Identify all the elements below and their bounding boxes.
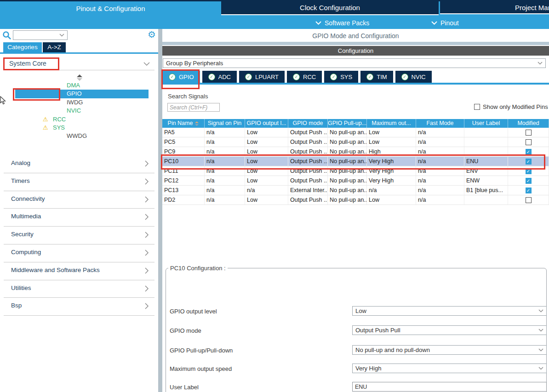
tab-a-to-z[interactable]: A->Z — [43, 42, 66, 52]
sidebar-category-timers[interactable]: Timers — [0, 173, 158, 191]
field-select-gpio-output-level[interactable]: Low — [352, 306, 547, 316]
field-label-gpio-output-level: GPIO output level — [170, 308, 217, 315]
column-header-label: Signal on Pin — [208, 120, 242, 126]
peripheral-tab-sys[interactable]: ✓SYS — [324, 71, 358, 83]
pinout-menu[interactable]: Pinout — [431, 18, 459, 28]
sort-icon[interactable] — [195, 121, 199, 126]
sidebar-category-security[interactable]: Security — [0, 227, 158, 244]
group-by-combo[interactable]: Group By Peripherals — [163, 58, 546, 68]
check-circle-icon: ✓ — [401, 74, 408, 80]
software-packs-label: Software Packs — [325, 19, 369, 27]
cell-user-label — [464, 128, 508, 137]
tab-categories[interactable]: Categories — [3, 42, 42, 52]
column-header-gpio-mode[interactable]: GPIO mode — [288, 119, 328, 128]
search-signals-input[interactable] — [167, 103, 220, 112]
cell-gpio-output-l-: Low — [245, 176, 288, 185]
show-modified-pins-control[interactable]: Show only Modified Pins — [474, 103, 548, 110]
table-row[interactable]: PC5n/aLowOutput Push ...No pull-up an...… — [162, 137, 549, 147]
cell-gpio-pull-up-: No pull-up an... — [328, 195, 367, 205]
modified-checkbox[interactable] — [526, 197, 532, 203]
tab-pinout-configuration[interactable]: Pinout & Configuration — [0, 1, 221, 17]
field-value: Output Push Pull — [355, 327, 400, 334]
table-row[interactable]: PC13n/an/aExternal Inter...No pull-up an… — [162, 186, 549, 195]
modified-checkbox[interactable]: ✓ — [526, 178, 532, 184]
sidebar-category-utilities[interactable]: Utilities — [0, 280, 158, 298]
column-header-modified[interactable]: Modified — [508, 119, 549, 128]
sidebar-item-nvic[interactable]: NVIC — [0, 107, 158, 115]
tab-clock-configuration[interactable]: Clock Configuration — [221, 1, 439, 15]
modified-checkbox[interactable]: ✓ — [526, 187, 532, 193]
modified-checkbox[interactable] — [526, 139, 532, 145]
sidebar-category-computing[interactable]: Computing — [0, 244, 158, 262]
table-header-row: Pin NameSignal on PinGPIO output l...GPI… — [162, 119, 549, 128]
modified-checkbox[interactable]: ✓ — [526, 149, 532, 155]
column-header-maximum-out-[interactable]: Maximum out... — [367, 119, 416, 128]
check-circle-icon: ✓ — [330, 74, 337, 80]
field-value: No pull-up and no pull-down — [355, 347, 430, 353]
sidebar-item-wwdg[interactable]: WWDG — [0, 132, 158, 140]
category-label: Middleware and Software Packs — [11, 267, 100, 273]
modified-checkbox[interactable] — [526, 130, 532, 136]
sidebar-category-connectivity[interactable]: Connectivity — [0, 191, 158, 209]
column-header-gpio-output-l-[interactable]: GPIO output l... — [245, 119, 288, 128]
peripheral-tabs-underline — [162, 83, 549, 85]
field-select-gpio-pull-up-pull-down[interactable]: No pull-up and no pull-down — [352, 345, 547, 355]
sidebar-item-sys[interactable]: ⚠SYS — [0, 124, 158, 132]
peripheral-label: RCC — [53, 115, 66, 124]
cell-fast-mode: n/a — [416, 186, 464, 195]
chevron-right-icon — [145, 303, 149, 309]
column-header-pin-name[interactable]: Pin Name — [162, 119, 205, 128]
annotation-box-pc10-row — [161, 154, 545, 170]
cell-gpio-pull-up-: No pull-up an... — [328, 128, 367, 137]
sidebar-category-analog[interactable]: Analog — [0, 155, 158, 173]
cell-pin-name: PA5 — [162, 128, 205, 137]
cell-maximum-out-: Low — [367, 195, 416, 205]
show-modified-checkbox[interactable] — [474, 104, 480, 110]
column-header-user-label[interactable]: User Label — [464, 119, 508, 128]
chevron-down-icon[interactable] — [143, 62, 150, 66]
field-select-maximum-output-speed[interactable]: Very High — [352, 364, 547, 373]
column-header-signal-on-pin[interactable]: Signal on Pin — [205, 119, 245, 128]
cell-signal-on-pin: n/a — [205, 195, 245, 205]
column-header-label: Modified — [517, 120, 539, 126]
peripheral-tab-adc[interactable]: ✓ADC — [202, 71, 237, 83]
sidebar-category-bsp[interactable]: Bsp — [0, 298, 158, 316]
cell-fast-mode: n/a — [416, 195, 464, 205]
sidebar-category-middleware-and-software-packs[interactable]: Middleware and Software Packs — [0, 262, 158, 280]
chevron-right-icon — [145, 214, 149, 220]
gear-icon[interactable]: ⚙ — [148, 29, 156, 40]
sidebar-item-rcc[interactable]: ⚠RCC — [0, 115, 158, 124]
field-select-gpio-mode[interactable]: Output Push Pull — [352, 325, 547, 335]
pc10-configuration-group: PC10 Configuration : GPIO output levelLo… — [166, 265, 547, 392]
field-input-user-label[interactable]: ENU — [352, 382, 547, 392]
category-divider — [4, 315, 154, 316]
column-header-label: GPIO Pull-up... — [328, 120, 366, 126]
field-value: Very High — [355, 365, 381, 372]
cell-modified: ✓ — [508, 186, 549, 195]
software-packs-menu[interactable]: Software Packs — [315, 18, 369, 28]
cell-gpio-output-l-: Low — [245, 195, 288, 205]
cell-user-label — [464, 137, 508, 147]
table-row[interactable]: PC12n/aLowOutput Push ...No pull-up an..… — [162, 176, 549, 186]
peripheral-tab-nvic[interactable]: ✓NVIC — [395, 71, 432, 83]
peripheral-tab-bar: ✓GPIO✓ADC✓LPUART✓RCC✓SYS✓TIM✓NVIC — [163, 71, 432, 83]
sidebar-search-combo[interactable] — [13, 30, 68, 40]
peripheral-tab-tim[interactable]: ✓TIM — [360, 71, 393, 83]
cell-fast-mode: n/a — [416, 128, 464, 137]
column-header-gpio-pull-up-[interactable]: GPIO Pull-up... — [328, 119, 367, 128]
column-header-label: Fast Mode — [426, 120, 453, 126]
table-row[interactable]: PD2n/aLowOutput Push ...No pull-up an...… — [162, 195, 549, 205]
column-header-fast-mode[interactable]: Fast Mode — [416, 119, 464, 128]
column-header-label: GPIO output l... — [246, 120, 286, 126]
table-row[interactable]: PA5n/aLowOutput Push ...No pull-up an...… — [162, 128, 549, 137]
cell-maximum-out-: Very High — [367, 176, 416, 185]
tab-project-manager[interactable]: Project Manager — [440, 1, 549, 14]
annotation-box-gpio-sidebar — [13, 88, 60, 101]
peripheral-tab-rcc[interactable]: ✓RCC — [287, 71, 322, 83]
sort-toggle-icon[interactable] — [77, 74, 82, 81]
chevron-right-icon — [145, 250, 149, 256]
peripheral-tab-lpuart[interactable]: ✓LPUART — [239, 71, 285, 83]
sidebar-category-multimedia[interactable]: Multimedia — [0, 209, 158, 227]
field-label-gpio-pull-up-pull-down: GPIO Pull-up/Pull-down — [170, 347, 233, 354]
warning-icon: ⚠ — [43, 124, 48, 132]
